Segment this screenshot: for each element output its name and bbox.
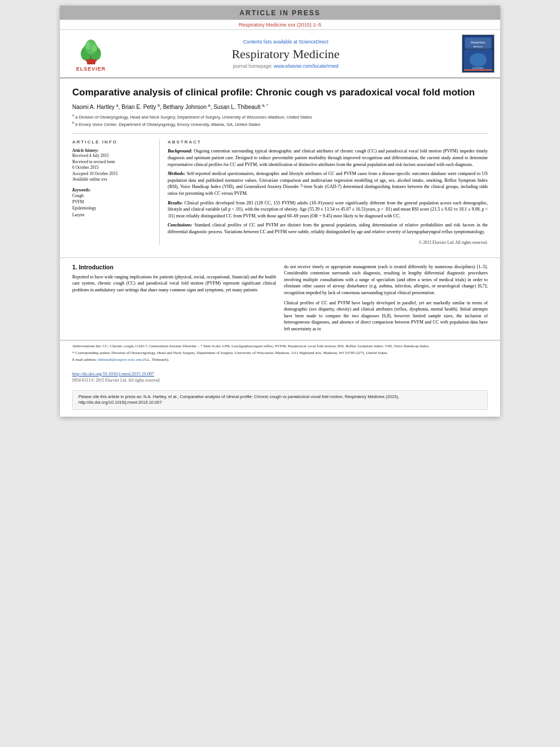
journal-center-info: Contents lists available at ScienceDirec… <box>116 39 455 69</box>
homepage-url[interactable]: www.elsevier.com/locate/rmed <box>274 63 338 69</box>
authors-text: Naomi A. Hartley a, Brian E. Petty b, Be… <box>72 104 268 110</box>
svg-rect-8 <box>86 59 97 62</box>
accepted-date: Accepted 10 October 2015 <box>72 171 154 177</box>
abstract-methods: Methods: Self-reported medical questionn… <box>168 171 488 196</box>
history-label: Article history: <box>72 148 154 153</box>
footnotes-section: Abbreviations list: CC, Chronic cough; G… <box>60 340 500 367</box>
abbreviations-line: Abbreviations list: CC, Chronic cough; G… <box>72 344 488 350</box>
affiliations: a a Division of Otolaryngology, Head and… <box>72 113 488 128</box>
sciencedirect-link[interactable]: ScienceDirect <box>299 39 328 45</box>
svg-text:Medicine: Medicine <box>474 45 483 48</box>
affiliation-a: a a Division of Otolaryngology, Head and… <box>72 113 488 120</box>
article-info-abstract-section: ARTICLE INFO Article history: Received 4… <box>72 133 488 244</box>
svg-rect-10 <box>464 37 492 48</box>
svg-text:ELSEVIER: ELSEVIER <box>473 67 484 69</box>
page: ARTICLE IN PRESS Respiratory Medicine xx… <box>60 6 500 417</box>
svg-text:Respiratory: Respiratory <box>471 41 485 44</box>
elsevier-logo: ELSEVIER <box>65 36 116 72</box>
intro-para-left: Reported to have wide ranging implicatio… <box>72 274 276 294</box>
abstract-column: ABSTRACT Background: Ongoing contention … <box>168 139 488 244</box>
body-right-column: do not receive timely or appropriate man… <box>284 264 488 336</box>
background-label: Background: <box>168 148 193 154</box>
intro-para-right-1: do not receive timely or appropriate man… <box>284 264 488 296</box>
conclusions-text: Standard clinical profiles of CC and PVF… <box>168 222 488 234</box>
keyword-pvfm: PVFM <box>72 199 154 205</box>
citation-bar: Please cite this article in press as: N.… <box>72 390 488 410</box>
keywords-label: Keywords: <box>72 187 154 193</box>
copyright-line: © 2015 Elsevier Ltd. All rights reserved… <box>168 240 488 245</box>
elsevier-wordmark: ELSEVIER <box>76 66 106 72</box>
abstract-conclusions: Conclusions: Standard clinical profiles … <box>168 222 488 235</box>
svg-point-14 <box>470 53 487 67</box>
intro-para-right-2: Clinical profiles of CC and PVFM have la… <box>284 300 488 333</box>
background-text: Ongoing contention surrounding typical d… <box>168 148 488 167</box>
article-content: Comparative analysis of clinical profile… <box>60 78 500 252</box>
abstract-background: Background: Ongoing contention surroundi… <box>168 148 488 168</box>
body-left-column: 1. Introduction Reported to have wide ra… <box>72 264 276 336</box>
journal-name: Respiratory Medicine <box>116 47 455 62</box>
history-group: Article history: Received 4 July 2015 Re… <box>72 148 154 183</box>
abstract-results: Results: Clinical profiles developed fro… <box>168 200 488 220</box>
article-info-label: ARTICLE INFO <box>72 139 154 145</box>
available-online: Available online xxx <box>72 177 154 183</box>
sciencedirect-prefix: Contents lists available at <box>243 39 299 45</box>
article-title: Comparative analysis of clinical profile… <box>72 86 488 99</box>
affiliation-b: b b Emory Voice Center, Department of Ot… <box>72 120 488 128</box>
authors-line: Naomi A. Hartley a, Brian E. Petty b, Be… <box>72 103 488 110</box>
email-label: E-mail address: <box>72 357 97 362</box>
received-revised-label: Received in revised form <box>72 159 154 165</box>
results-label: Results: <box>168 200 183 206</box>
email-line: E-mail address: thibeault@surgery.wisc.e… <box>72 357 488 363</box>
article-in-press-banner: ARTICLE IN PRESS <box>60 6 500 20</box>
issn-line: 0954-6111/© 2015 Elsevier Ltd. All right… <box>72 378 488 383</box>
email-link[interactable]: thibeault@surgery.wisc.edu <box>98 357 142 362</box>
revised-date: 6 October 2015 <box>72 165 154 171</box>
methods-label: Methods: <box>168 171 185 176</box>
cover-image: Respiratory Medicine ELSEVIER <box>462 34 495 73</box>
email-suffix: (S.L. Thibeault). <box>143 357 169 362</box>
abstract-label: ABSTRACT <box>168 139 488 145</box>
abbrev-label: Abbreviations list: <box>72 344 102 348</box>
keyword-epidemiology: Epidemiology <box>72 205 154 211</box>
keywords-group: Keywords: Cough PVFM Epidemiology Larynx <box>72 187 154 218</box>
article-info-column: ARTICLE INFO Article history: Received 4… <box>72 139 160 244</box>
elsevier-tree-icon <box>76 36 107 65</box>
svg-point-5 <box>85 42 91 50</box>
abbrev-text: CC, Chronic cough; GAD-7, Generalized An… <box>103 344 430 348</box>
journal-header: ELSEVIER Contents lists available at Sci… <box>60 30 500 78</box>
keyword-larynx: Larynx <box>72 212 154 218</box>
banner-text: ARTICLE IN PRESS <box>239 9 320 17</box>
journal-ref-text: Respiratory Medicine xxx (2015) 1–5 <box>239 22 322 28</box>
corresponding-text: Division of Otolaryngology, Head and Nec… <box>112 351 388 355</box>
received-date: Received 4 July 2015 <box>72 153 154 159</box>
svg-point-6 <box>91 45 97 51</box>
methods-text: Self-reported medical questionnaires, de… <box>168 171 488 196</box>
conclusions-label: Conclusions: <box>168 222 193 228</box>
sciencedirect-line: Contents lists available at ScienceDirec… <box>116 39 455 45</box>
journal-reference: Respiratory Medicine xxx (2015) 1–5 <box>60 20 500 30</box>
doi-footer: http://dx.doi.org/10.1016/j.rmed.2015.10… <box>60 368 500 386</box>
citation-text: Please cite this article in press as: N.… <box>78 394 399 405</box>
corresponding-label: * Corresponding author. <box>72 351 111 355</box>
results-text: Clinical profiles developed from 283 (12… <box>168 200 488 219</box>
introduction-heading: 1. Introduction <box>72 264 276 270</box>
journal-cover: Respiratory Medicine ELSEVIER <box>455 34 495 73</box>
body-section: 1. Introduction Reported to have wide ra… <box>60 264 500 336</box>
homepage-line: journal homepage: www.elsevier.com/locat… <box>116 63 455 69</box>
doi-link[interactable]: http://dx.doi.org/10.1016/j.rmed.2015.10… <box>72 372 154 377</box>
keyword-cough: Cough <box>72 193 154 199</box>
corresponding-author-line: * Corresponding author. Division of Otol… <box>72 351 488 356</box>
homepage-prefix: journal homepage: <box>233 63 274 69</box>
